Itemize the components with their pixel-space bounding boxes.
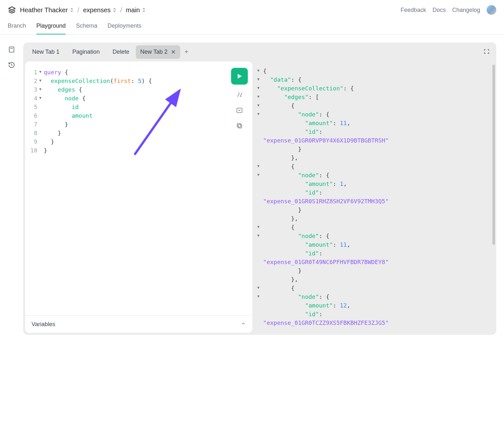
breadcrumb-owner[interactable]: Heather Thacker: [20, 6, 74, 14]
variables-panel-toggle[interactable]: Variables: [25, 316, 252, 333]
tab-new-tab-1[interactable]: New Tab 1: [26, 45, 66, 59]
sidebar-docs-button[interactable]: [7, 45, 16, 54]
nav-branch[interactable]: Branch: [8, 19, 26, 34]
run-query-button[interactable]: [231, 68, 248, 85]
close-icon[interactable]: ✕: [171, 49, 176, 56]
sparkle-icon: [236, 91, 243, 99]
variables-label: Variables: [32, 321, 55, 328]
add-tab-button[interactable]: +: [180, 45, 193, 59]
line-number: 3: [30, 85, 39, 94]
project-label: expenses: [83, 6, 111, 14]
selector-icon: [142, 7, 146, 13]
breadcrumb-branch[interactable]: main: [126, 6, 145, 14]
selector-icon: [70, 7, 74, 13]
copy-button[interactable]: [234, 121, 245, 131]
line-number: 9: [30, 137, 39, 146]
document-icon: [8, 46, 15, 53]
changelog-link[interactable]: Changelog: [452, 7, 480, 14]
svg-rect-1: [9, 47, 14, 52]
breadcrumb-project[interactable]: expenses: [83, 6, 117, 14]
tab-bar: New Tab 1 Pagination Delete New Tab 2 ✕ …: [23, 42, 496, 61]
play-icon: [236, 73, 243, 80]
nav-playground[interactable]: Playground: [36, 19, 66, 34]
breadcrumb-separator: /: [78, 6, 79, 14]
line-number: 6: [30, 111, 39, 120]
sidebar-history-button[interactable]: [7, 60, 16, 69]
breadcrumb: Heather Thacker / expenses / main: [8, 6, 146, 14]
logo[interactable]: [8, 6, 16, 14]
panes: 1▼query { 2▼ expenseCollection(first: 5)…: [23, 61, 496, 335]
sidebar: [0, 42, 23, 335]
branch-label: main: [126, 6, 140, 14]
svg-marker-0: [9, 7, 15, 10]
tab-new-tab-2[interactable]: New Tab 2 ✕: [136, 45, 180, 59]
line-number: 4: [30, 94, 39, 103]
owner-label: Heather Thacker: [20, 6, 68, 14]
copy-icon: [236, 122, 243, 130]
stack-icon: [8, 6, 16, 14]
editor-content[interactable]: 1▼query { 2▼ expenseCollection(first: 5)…: [25, 61, 252, 316]
result-viewer[interactable]: ▼{ ▼ "data": { ▼ "expenseCollection": { …: [254, 61, 496, 335]
main-nav: Branch Playground Schema Deployments: [0, 19, 504, 35]
editor-actions: [231, 68, 248, 131]
nav-deployments[interactable]: Deployments: [107, 19, 141, 34]
nav-schema[interactable]: Schema: [76, 19, 97, 34]
tab-delete[interactable]: Delete: [106, 45, 136, 59]
prettify-button[interactable]: [234, 90, 245, 100]
svg-rect-6: [237, 124, 241, 127]
line-number: 8: [30, 129, 39, 137]
query-editor: 1▼query { 2▼ expenseCollection(first: 5)…: [25, 61, 252, 333]
chevron-up-icon: [241, 321, 246, 328]
breadcrumb-separator: /: [120, 6, 122, 14]
playground-panel: New Tab 1 Pagination Delete New Tab 2 ✕ …: [23, 42, 496, 335]
svg-marker-3: [238, 74, 242, 79]
selector-icon: [113, 7, 117, 13]
merge-icon: [236, 106, 243, 114]
line-number: 1: [30, 68, 39, 77]
line-number: 5: [30, 103, 39, 111]
line-number: 7: [30, 120, 39, 129]
merge-button[interactable]: [234, 105, 245, 115]
fullscreen-button[interactable]: [483, 48, 490, 56]
line-number: 2: [30, 77, 39, 85]
tab-pagination[interactable]: Pagination: [66, 45, 106, 59]
docs-link[interactable]: Docs: [433, 7, 446, 14]
feedback-link[interactable]: Feedback: [401, 7, 426, 14]
svg-rect-5: [238, 124, 242, 128]
scrollbar-thumb[interactable]: [492, 65, 495, 245]
header: Heather Thacker / expenses / main Feedba…: [0, 0, 504, 19]
workspace: New Tab 1 Pagination Delete New Tab 2 ✕ …: [0, 35, 504, 335]
tab-label: New Tab 2: [140, 49, 168, 55]
avatar[interactable]: [487, 5, 496, 15]
header-right: Feedback Docs Changelog: [401, 5, 496, 15]
history-icon: [8, 61, 15, 69]
expand-icon: [483, 48, 490, 55]
line-number: 10: [30, 146, 39, 155]
